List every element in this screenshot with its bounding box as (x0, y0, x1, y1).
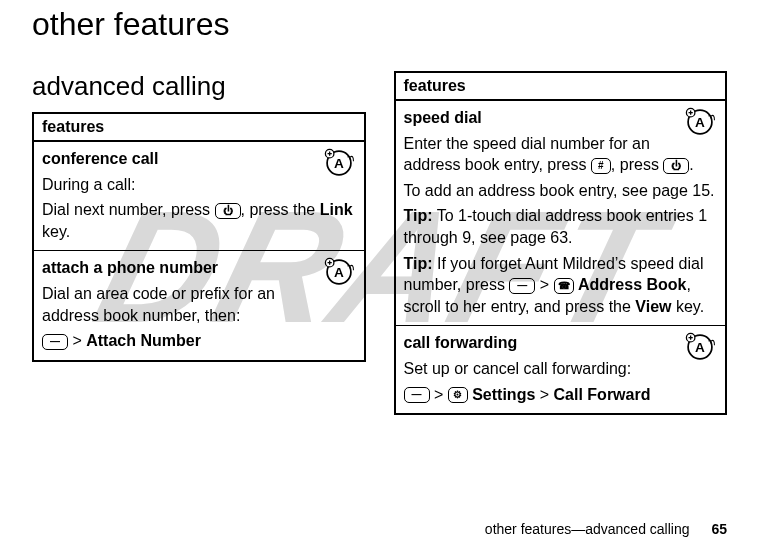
view-key-label: View (635, 298, 671, 315)
text: key. (42, 223, 70, 240)
svg-text:A: A (334, 156, 344, 171)
text: , press the (241, 201, 320, 218)
svg-text:A: A (695, 340, 705, 355)
section-title: advanced calling (32, 71, 366, 102)
row-path: — > ⚙ Settings > Call Forward (404, 384, 718, 406)
text: . (689, 156, 693, 173)
right-feature-table: features A speed dial Enter the speed di… (394, 71, 728, 415)
text: , press (611, 156, 663, 173)
address-book-icon: ☎ (554, 278, 574, 294)
table-row: A conference call During a call: Dial ne… (33, 141, 365, 251)
right-column: features A speed dial Enter the speed di… (394, 71, 728, 415)
columns: advanced calling features A conference c… (32, 71, 727, 415)
page-title: other features (32, 6, 727, 43)
left-feature-table: features A conference call During a call… (32, 112, 366, 362)
settings-icon: ⚙ (448, 387, 468, 403)
svg-text:A: A (334, 265, 344, 280)
table-row: A attach a phone number Dial an area cod… (33, 251, 365, 361)
row-text: Enter the speed dial number for an addre… (404, 133, 718, 176)
menu-key-icon: — (509, 278, 535, 294)
row-text: During a call: (42, 174, 356, 196)
network-feature-icon: A (683, 330, 717, 364)
call-forward-label: Call Forward (554, 386, 651, 403)
row-title: call forwarding (404, 332, 718, 354)
row-text: Set up or cancel call forwarding: (404, 358, 718, 380)
sep: > (535, 276, 553, 293)
network-feature-icon: A (322, 146, 356, 180)
tip-label: Tip: (404, 255, 433, 272)
sep: > (535, 386, 553, 403)
row-title: conference call (42, 148, 356, 170)
settings-label: Settings (472, 386, 535, 403)
row-text: Dial next number, press ⏻, press the Lin… (42, 199, 356, 242)
menu-key-icon: — (42, 334, 68, 350)
address-book-label: Address Book (578, 276, 686, 293)
page-content: other features advanced calling features… (0, 0, 759, 415)
left-column: advanced calling features A conference c… (32, 71, 366, 362)
network-feature-icon: A (322, 255, 356, 289)
text: key. (671, 298, 704, 315)
send-key-icon: ⏻ (215, 203, 241, 219)
menu-key-icon: — (404, 387, 430, 403)
network-feature-icon: A (683, 105, 717, 139)
page-footer: other features—advanced calling 65 (485, 521, 727, 537)
tip-label: Tip: (404, 207, 433, 224)
table-header: features (33, 113, 365, 141)
row-text: Dial an area code or prefix for an addre… (42, 283, 356, 326)
sep: > (68, 332, 86, 349)
row-title: attach a phone number (42, 257, 356, 279)
table-header: features (395, 72, 727, 100)
row-title: speed dial (404, 107, 718, 129)
text: Dial next number, press (42, 201, 215, 218)
row-path: — > Attach Number (42, 330, 356, 352)
text: To 1-touch dial address book entries 1 t… (404, 207, 708, 246)
hash-key-icon: # (591, 158, 611, 174)
table-row: A call forwarding Set up or cancel call … (395, 326, 727, 414)
svg-text:A: A (695, 115, 705, 130)
menu-path: Attach Number (86, 332, 201, 349)
sep: > (430, 386, 448, 403)
row-tip: Tip: To 1-touch dial address book entrie… (404, 205, 718, 248)
row-text: To add an address book entry, see page 1… (404, 180, 718, 202)
page-number: 65 (711, 521, 727, 537)
table-row: A speed dial Enter the speed dial number… (395, 100, 727, 326)
row-tip: Tip: If you forget Aunt Mildred’s speed … (404, 253, 718, 318)
link-key-label: Link (320, 201, 353, 218)
footer-breadcrumb: other features—advanced calling (485, 521, 690, 537)
send-key-icon: ⏻ (663, 158, 689, 174)
